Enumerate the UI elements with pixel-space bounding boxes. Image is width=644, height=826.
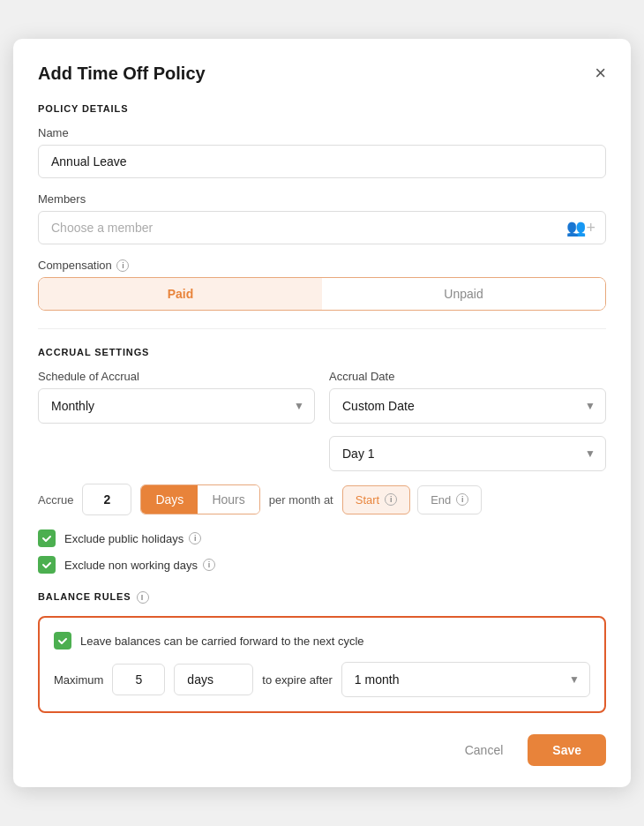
footer-row: Cancel Save	[38, 734, 606, 766]
compensation-toggle: Paid Unpaid	[38, 277, 606, 311]
schedule-select[interactable]: Monthly Weekly Annually	[38, 388, 315, 424]
day1-select-wrap: Day 1 Day 2 Day 15 ▼	[329, 436, 606, 471]
divider	[38, 328, 606, 329]
compensation-field-group: Compensation i Paid Unpaid	[38, 259, 606, 312]
compensation-label: Compensation i	[38, 259, 606, 273]
member-input-wrap: 👥+	[38, 211, 606, 244]
balance-rules-box: Leave balances can be carried forward to…	[38, 616, 606, 713]
save-button[interactable]: Save	[528, 734, 606, 766]
days-hours-toggle: Days Hours	[140, 484, 259, 514]
modal-title: Add Time Off Policy	[38, 64, 206, 84]
cancel-button[interactable]: Cancel	[451, 734, 518, 766]
exclude-holidays-checkbox[interactable]	[38, 529, 56, 547]
members-label: Members	[38, 192, 606, 206]
unpaid-option[interactable]: Unpaid	[322, 278, 605, 310]
balance-rules-section: BALANCE RULES i Leave balances can be ca…	[38, 591, 606, 713]
hours-option[interactable]: Hours	[198, 485, 258, 514]
members-field-group: Members 👥+	[38, 192, 606, 244]
per-month-label: per month at	[269, 493, 333, 507]
day1-row: Day 1 Day 2 Day 15 ▼	[38, 436, 606, 471]
name-input[interactable]	[38, 145, 606, 178]
accrue-value-input[interactable]	[82, 484, 131, 515]
accrual-date-select-wrap: Custom Date Start of Month End of Month …	[329, 388, 606, 424]
exclude-nonworking-checkbox[interactable]	[38, 556, 56, 574]
balance-rules-section-label: BALANCE RULES i	[38, 591, 606, 604]
policy-details-section-label: POLICY DETAILS	[38, 103, 606, 114]
expire-select-wrap: 1 month 2 months 3 months 6 months 1 yea…	[341, 662, 590, 697]
accrual-date-col: Accrual Date Custom Date Start of Month …	[329, 370, 606, 424]
exclude-holidays-row: Exclude public holidays i	[38, 529, 606, 547]
days-option[interactable]: Days	[141, 485, 198, 514]
maximum-label: Maximum	[54, 673, 103, 687]
max-row: Maximum to expire after 1 month 2 months…	[54, 662, 590, 697]
schedule-label: Schedule of Accrual	[38, 370, 315, 383]
accrual-date-select[interactable]: Custom Date Start of Month End of Month	[329, 388, 606, 424]
carry-forward-row: Leave balances can be carried forward to…	[54, 632, 590, 650]
exclude-holidays-label: Exclude public holidays i	[64, 532, 201, 545]
exclude-holidays-info-icon: i	[189, 532, 201, 544]
end-option[interactable]: End i	[417, 485, 482, 514]
accrue-row: Accrue Days Hours per month at Start i E…	[38, 484, 606, 515]
max-value-input[interactable]	[112, 664, 165, 695]
add-time-off-policy-modal: Add Time Off Policy × POLICY DETAILS Nam…	[13, 39, 631, 788]
carry-forward-checkbox[interactable]	[54, 632, 71, 650]
expire-label: to expire after	[262, 673, 333, 687]
modal-header: Add Time Off Policy ×	[38, 64, 606, 84]
start-info-icon: i	[385, 493, 397, 506]
schedule-col: Schedule of Accrual Monthly Weekly Annua…	[38, 370, 315, 424]
compensation-info-icon: i	[116, 259, 129, 272]
accrue-label: Accrue	[38, 493, 73, 507]
accrual-date-label: Accrual Date	[329, 370, 606, 383]
exclude-nonworking-row: Exclude non working days i	[38, 556, 606, 574]
start-option[interactable]: Start i	[342, 485, 410, 514]
paid-option[interactable]: Paid	[39, 278, 322, 310]
name-label: Name	[38, 126, 606, 139]
members-input[interactable]	[38, 211, 606, 244]
accrual-settings-section-label: ACCRUAL SETTINGS	[38, 347, 606, 357]
schedule-select-wrap: Monthly Weekly Annually ▼	[38, 388, 315, 424]
exclude-nonworking-info-icon: i	[203, 559, 215, 571]
days-input[interactable]	[174, 664, 253, 695]
name-field-group: Name	[38, 126, 606, 178]
exclude-nonworking-label: Exclude non working days i	[64, 559, 215, 572]
add-user-icon: 👥+	[566, 218, 595, 237]
balance-rules-info-icon: i	[137, 591, 149, 604]
accrual-schedule-row: Schedule of Accrual Monthly Weekly Annua…	[38, 370, 606, 424]
day1-select[interactable]: Day 1 Day 2 Day 15	[329, 436, 606, 471]
start-end-toggle: Start i End i	[342, 485, 483, 514]
end-info-icon: i	[456, 493, 468, 506]
carry-forward-label: Leave balances can be carried forward to…	[80, 635, 364, 648]
close-button[interactable]: ×	[595, 64, 606, 83]
expire-select[interactable]: 1 month 2 months 3 months 6 months 1 yea…	[341, 662, 590, 697]
